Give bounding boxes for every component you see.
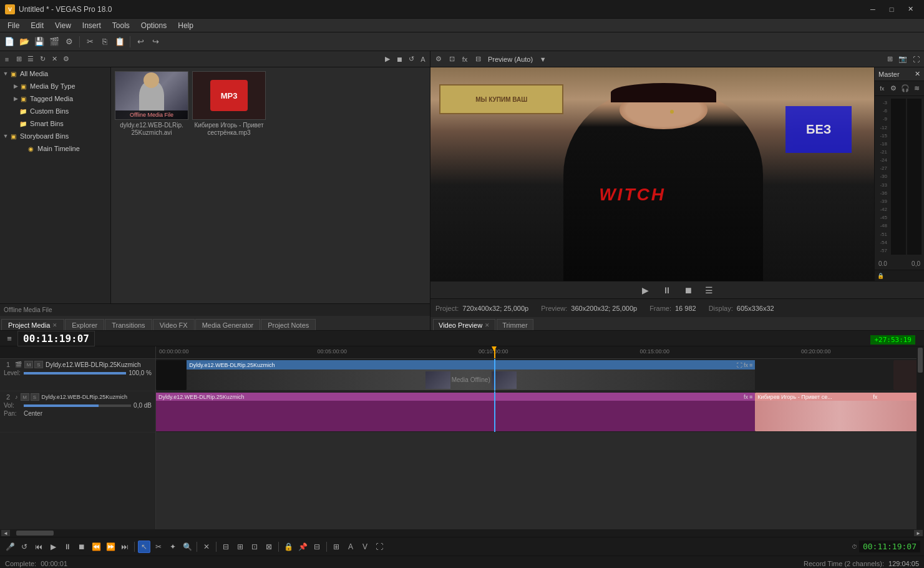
- scroll-right-btn[interactable]: ►: [914, 530, 923, 536]
- import-auto-btn[interactable]: A: [417, 54, 429, 65]
- bt-pause-btn[interactable]: ⏸: [61, 541, 74, 553]
- media-menu-btn[interactable]: ≡: [1, 54, 12, 65]
- audio-clip-secondary[interactable]: Кибирев Игорь - Привет се... fx ≡: [755, 393, 924, 431]
- preview-capture-btn[interactable]: 📷: [897, 54, 908, 65]
- tree-item-custom-bins[interactable]: ▶ 📁 Custom Bins: [0, 105, 110, 117]
- tree-item-media-by-type[interactable]: ▶ ▣ Media By Type: [0, 80, 110, 92]
- maximize-button[interactable]: □: [883, 3, 900, 16]
- undo-button[interactable]: ↩: [134, 35, 147, 49]
- video-clip-main[interactable]: Dyldy.e12.WEB-DLRip.25Kuzmich ⛶ fx ≡ Med…: [187, 360, 755, 390]
- bt-prev-frame-btn[interactable]: ⏪: [90, 541, 102, 553]
- preview-props-btn[interactable]: ⚙: [433, 54, 444, 65]
- redo-button[interactable]: ↪: [148, 35, 162, 49]
- tab-video-preview-close[interactable]: ✕: [485, 322, 490, 328]
- track-mute-btn-audio[interactable]: M: [21, 393, 29, 401]
- preview-menu-btn[interactable]: ▼: [537, 54, 548, 65]
- scroll-thumb-h[interactable]: [16, 531, 54, 536]
- import-loop-btn[interactable]: ↺: [406, 54, 417, 65]
- tab-video-preview[interactable]: Video Preview ✕: [433, 319, 495, 330]
- master-headphone-btn[interactable]: 🎧: [900, 83, 910, 94]
- bt-mark-btn[interactable]: 📌: [296, 541, 309, 553]
- track-solo-btn-video[interactable]: S: [34, 361, 43, 368]
- clip-menu-btn[interactable]: ≡: [749, 362, 752, 368]
- vol-slider[interactable]: [24, 404, 131, 407]
- bt-zoom-btn[interactable]: 🔍: [181, 541, 193, 553]
- menu-tools[interactable]: Tools: [107, 20, 135, 31]
- import-play-btn[interactable]: ▶: [382, 54, 393, 65]
- bt-v-btn[interactable]: V: [359, 541, 371, 553]
- menu-insert[interactable]: Insert: [77, 20, 106, 31]
- tab-explorer[interactable]: Explorer: [65, 319, 104, 330]
- video-clip-black[interactable]: [156, 360, 187, 390]
- media-item-video[interactable]: Offline Media File dyldy.e12.WEB-DLRip.2…: [115, 71, 188, 137]
- bt-a-btn[interactable]: A: [344, 541, 357, 553]
- master-wave-btn[interactable]: ≋: [912, 83, 922, 94]
- copy-button[interactable]: ⎘: [98, 35, 112, 49]
- tab-project-media-close[interactable]: ✕: [52, 322, 57, 328]
- bt-xfade-btn[interactable]: ⊠: [263, 541, 275, 553]
- tab-video-fx[interactable]: Video FX: [153, 319, 195, 330]
- preview-stop-btn[interactable]: ⏹: [681, 283, 696, 298]
- media-refresh-btn[interactable]: ↻: [37, 54, 48, 65]
- preview-pause-btn[interactable]: ⏸: [659, 283, 674, 298]
- media-item-audio[interactable]: MP3 Кибирев Игорь - Приветсестрёнка.mp3: [192, 71, 266, 137]
- clip-expand-btn[interactable]: ⛶: [737, 362, 742, 368]
- open-button[interactable]: 📂: [17, 35, 31, 49]
- save-button[interactable]: 💾: [32, 35, 46, 49]
- bt-select-tool-btn[interactable]: ↖: [138, 541, 150, 553]
- media-list-view-btn[interactable]: ☰: [25, 54, 36, 65]
- menu-file[interactable]: File: [2, 20, 24, 31]
- bt-snap2-btn[interactable]: ⊞: [234, 541, 246, 553]
- tree-item-smart-bins[interactable]: ▶ 📁 Smart Bins: [0, 117, 110, 130]
- bt-snap-btn[interactable]: ⊟: [220, 541, 232, 553]
- bt-play-btn[interactable]: ▶: [47, 541, 59, 553]
- preview-fx-btn[interactable]: fx: [459, 54, 470, 65]
- bt-ripple-btn[interactable]: ⊡: [248, 541, 261, 553]
- preview-grid-btn[interactable]: ⊞: [884, 54, 895, 65]
- preview-more-btn[interactable]: ☰: [702, 283, 717, 298]
- scroll-left-btn[interactable]: ◄: [1, 530, 10, 536]
- menu-options[interactable]: Options: [136, 20, 172, 31]
- bt-split-tool-btn[interactable]: ✂: [152, 541, 165, 553]
- audio-menu-btn[interactable]: ≡: [749, 394, 752, 400]
- tree-item-storyboard-bins[interactable]: ▼ ▣ Storyboard Bins: [0, 130, 110, 142]
- bt-stop-btn[interactable]: ⏹: [75, 541, 88, 553]
- track-mute-btn-video[interactable]: M: [24, 361, 33, 368]
- bt-sync-btn[interactable]: ⊞: [330, 541, 343, 553]
- bt-next-frame-btn[interactable]: ⏩: [104, 541, 117, 553]
- new-button[interactable]: 📄: [2, 35, 16, 49]
- tree-item-all-media[interactable]: ▼ ▣ All Media: [0, 67, 110, 80]
- timeline-scrollbar-h[interactable]: ◄ ►: [0, 529, 924, 537]
- close-button[interactable]: ✕: [902, 3, 919, 16]
- menu-edit[interactable]: Edit: [26, 20, 49, 31]
- audio-clip2-fx[interactable]: fx: [873, 394, 877, 400]
- master-fx-btn[interactable]: fx: [877, 83, 887, 94]
- preview-fullscreen-btn[interactable]: ⛶: [910, 54, 922, 65]
- scroll-thumb-v[interactable]: [918, 348, 923, 373]
- master-gear-btn[interactable]: ⚙: [889, 83, 899, 94]
- track-solo-btn-audio[interactable]: S: [31, 393, 39, 401]
- bt-envelope-tool-btn[interactable]: ✦: [167, 541, 179, 553]
- tab-trimmer[interactable]: Trimmer: [497, 319, 533, 330]
- bt-loop-btn[interactable]: ↺: [18, 541, 31, 553]
- preview-play-btn[interactable]: ▶: [638, 283, 653, 298]
- bt-delete-btn[interactable]: ✕: [200, 541, 213, 553]
- master-bus-close-btn[interactable]: ✕: [915, 70, 920, 78]
- bt-record-btn[interactable]: 🎤: [4, 541, 16, 553]
- tree-item-tagged-media[interactable]: ▶ ▣ Tagged Media: [0, 92, 110, 105]
- media-props-btn[interactable]: ⚙: [61, 54, 72, 65]
- level-slider[interactable]: [24, 372, 126, 375]
- tab-project-media[interactable]: Project Media ✕: [1, 319, 64, 330]
- bt-lock-btn[interactable]: 🔒: [282, 541, 294, 553]
- timeline-scrollbar-v[interactable]: [917, 346, 924, 529]
- media-close-btn[interactable]: ✕: [49, 54, 60, 65]
- tab-transitions[interactable]: Transitions: [105, 319, 152, 330]
- cut-button[interactable]: ✂: [83, 35, 97, 49]
- bt-region-btn[interactable]: ⊟: [311, 541, 323, 553]
- properties-button[interactable]: ⚙: [62, 35, 76, 49]
- audio-fx-btn[interactable]: fx: [744, 394, 748, 400]
- audio-clip-main[interactable]: Dyldy.e12.WEB-DLRip.25Kuzmich fx ≡: [156, 393, 755, 431]
- tab-media-generator[interactable]: Media Generator: [195, 319, 261, 330]
- minimize-button[interactable]: ─: [864, 3, 882, 16]
- render-button[interactable]: 🎬: [47, 35, 61, 49]
